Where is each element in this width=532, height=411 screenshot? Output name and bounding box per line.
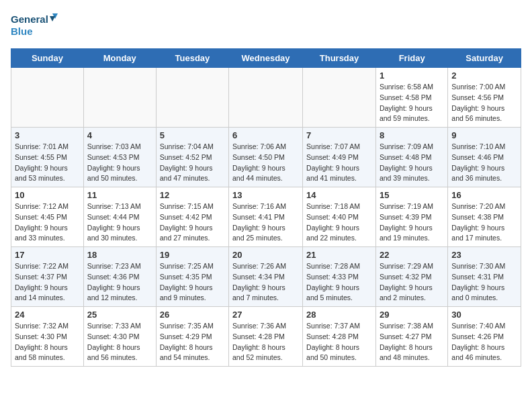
day-info: Sunrise: 7:04 AM Sunset: 4:52 PM Dayligh…: [160, 142, 225, 184]
day-info: Sunrise: 7:20 AM Sunset: 4:38 PM Dayligh…: [451, 201, 517, 244]
day-number: 10: [15, 190, 80, 200]
calendar-cell: 20Sunrise: 7:26 AM Sunset: 4:34 PM Dayli…: [229, 247, 303, 307]
calendar-cell: 28Sunrise: 7:37 AM Sunset: 4:28 PM Dayli…: [303, 307, 376, 367]
day-info: Sunrise: 7:25 AM Sunset: 4:35 PM Dayligh…: [160, 261, 225, 304]
day-info: Sunrise: 7:37 AM Sunset: 4:28 PM Dayligh…: [306, 321, 372, 363]
calendar-cell: 7Sunrise: 7:07 AM Sunset: 4:49 PM Daylig…: [303, 128, 376, 187]
calendar-cell: 15Sunrise: 7:19 AM Sunset: 4:39 PM Dayli…: [375, 187, 447, 247]
day-number: 16: [451, 190, 517, 200]
day-number: 26: [160, 310, 225, 320]
page-header: General Blue: [11, 11, 521, 40]
calendar-cell: 13Sunrise: 7:16 AM Sunset: 4:41 PM Dayli…: [229, 187, 303, 247]
svg-text:Blue: Blue: [11, 26, 33, 37]
calendar-cell: 19Sunrise: 7:25 AM Sunset: 4:35 PM Dayli…: [156, 247, 228, 307]
day-number: 3: [15, 130, 80, 140]
day-info: Sunrise: 7:36 AM Sunset: 4:28 PM Dayligh…: [232, 321, 299, 363]
day-number: 24: [15, 310, 80, 320]
calendar-cell: 1Sunrise: 6:58 AM Sunset: 4:58 PM Daylig…: [375, 68, 447, 128]
day-number: 12: [160, 190, 225, 200]
svg-marker-3: [50, 16, 55, 21]
day-number: 29: [380, 310, 444, 320]
day-number: 4: [87, 130, 152, 140]
day-info: Sunrise: 7:16 AM Sunset: 4:41 PM Dayligh…: [232, 201, 299, 244]
day-number: 15: [380, 190, 444, 200]
day-info: Sunrise: 7:38 AM Sunset: 4:27 PM Dayligh…: [380, 321, 444, 363]
calendar-cell: [11, 68, 84, 128]
day-info: Sunrise: 7:22 AM Sunset: 4:37 PM Dayligh…: [15, 261, 80, 304]
calendar-cell: 10Sunrise: 7:12 AM Sunset: 4:45 PM Dayli…: [11, 187, 84, 247]
calendar-cell: 25Sunrise: 7:33 AM Sunset: 4:30 PM Dayli…: [83, 307, 156, 367]
day-number: 7: [306, 130, 372, 140]
calendar-cell: 12Sunrise: 7:15 AM Sunset: 4:42 PM Dayli…: [156, 187, 228, 247]
day-info: Sunrise: 7:10 AM Sunset: 4:46 PM Dayligh…: [451, 142, 517, 184]
calendar-cell: 26Sunrise: 7:35 AM Sunset: 4:29 PM Dayli…: [156, 307, 228, 367]
calendar-cell: 22Sunrise: 7:29 AM Sunset: 4:32 PM Dayli…: [375, 247, 447, 307]
calendar-cell: 14Sunrise: 7:18 AM Sunset: 4:40 PM Dayli…: [303, 187, 376, 247]
calendar-cell: 23Sunrise: 7:30 AM Sunset: 4:31 PM Dayli…: [448, 247, 521, 307]
day-info: Sunrise: 7:35 AM Sunset: 4:29 PM Dayligh…: [160, 321, 225, 363]
calendar-cell: 9Sunrise: 7:10 AM Sunset: 4:46 PM Daylig…: [448, 128, 521, 187]
calendar-cell: 27Sunrise: 7:36 AM Sunset: 4:28 PM Dayli…: [229, 307, 303, 367]
calendar-cell: [156, 68, 228, 128]
day-info: Sunrise: 7:30 AM Sunset: 4:31 PM Dayligh…: [451, 261, 517, 304]
calendar-cell: 30Sunrise: 7:40 AM Sunset: 4:26 PM Dayli…: [448, 307, 521, 367]
day-number: 23: [451, 250, 517, 260]
svg-text:General: General: [11, 13, 48, 25]
day-number: 25: [87, 310, 152, 320]
day-info: Sunrise: 7:15 AM Sunset: 4:42 PM Dayligh…: [160, 201, 225, 244]
weekday-header-tuesday: Tuesday: [156, 49, 228, 68]
weekday-header-friday: Friday: [375, 49, 447, 68]
day-number: 27: [232, 310, 299, 320]
calendar-week-row: 17Sunrise: 7:22 AM Sunset: 4:37 PM Dayli…: [11, 247, 521, 307]
day-info: Sunrise: 7:40 AM Sunset: 4:26 PM Dayligh…: [451, 321, 517, 363]
calendar-cell: 17Sunrise: 7:22 AM Sunset: 4:37 PM Dayli…: [11, 247, 84, 307]
calendar-cell: [229, 68, 303, 128]
day-number: 19: [160, 250, 225, 260]
day-info: Sunrise: 7:09 AM Sunset: 4:48 PM Dayligh…: [380, 142, 444, 184]
day-info: Sunrise: 6:58 AM Sunset: 4:58 PM Dayligh…: [380, 82, 444, 124]
day-number: 9: [451, 130, 517, 140]
day-info: Sunrise: 7:13 AM Sunset: 4:44 PM Dayligh…: [87, 201, 152, 244]
weekday-header-thursday: Thursday: [303, 49, 376, 68]
day-info: Sunrise: 7:01 AM Sunset: 4:55 PM Dayligh…: [15, 142, 80, 184]
day-info: Sunrise: 7:26 AM Sunset: 4:34 PM Dayligh…: [232, 261, 299, 304]
calendar-week-row: 3Sunrise: 7:01 AM Sunset: 4:55 PM Daylig…: [11, 128, 521, 187]
weekday-header-saturday: Saturday: [448, 49, 521, 68]
day-number: 22: [380, 250, 444, 260]
day-info: Sunrise: 7:32 AM Sunset: 4:30 PM Dayligh…: [15, 321, 80, 363]
day-number: 21: [306, 250, 372, 260]
weekday-header-row: SundayMondayTuesdayWednesdayThursdayFrid…: [11, 49, 521, 68]
day-number: 11: [87, 190, 152, 200]
calendar-cell: 18Sunrise: 7:23 AM Sunset: 4:36 PM Dayli…: [83, 247, 156, 307]
day-number: 14: [306, 190, 372, 200]
day-number: 18: [87, 250, 152, 260]
day-info: Sunrise: 7:33 AM Sunset: 4:30 PM Dayligh…: [87, 321, 152, 363]
day-number: 1: [380, 71, 444, 81]
calendar-cell: 21Sunrise: 7:28 AM Sunset: 4:33 PM Dayli…: [303, 247, 376, 307]
day-info: Sunrise: 7:07 AM Sunset: 4:49 PM Dayligh…: [306, 142, 372, 184]
weekday-header-wednesday: Wednesday: [229, 49, 303, 68]
day-info: Sunrise: 7:29 AM Sunset: 4:32 PM Dayligh…: [380, 261, 444, 304]
day-number: 6: [232, 130, 299, 140]
calendar-week-row: 1Sunrise: 6:58 AM Sunset: 4:58 PM Daylig…: [11, 68, 521, 128]
day-number: 20: [232, 250, 299, 260]
calendar-cell: 24Sunrise: 7:32 AM Sunset: 4:30 PM Dayli…: [11, 307, 84, 367]
day-info: Sunrise: 7:12 AM Sunset: 4:45 PM Dayligh…: [15, 201, 80, 244]
calendar-cell: 11Sunrise: 7:13 AM Sunset: 4:44 PM Dayli…: [83, 187, 156, 247]
day-info: Sunrise: 7:06 AM Sunset: 4:50 PM Dayligh…: [232, 142, 299, 184]
day-info: Sunrise: 7:00 AM Sunset: 4:56 PM Dayligh…: [451, 82, 517, 124]
calendar-cell: [303, 68, 376, 128]
calendar-cell: 29Sunrise: 7:38 AM Sunset: 4:27 PM Dayli…: [375, 307, 447, 367]
calendar-week-row: 10Sunrise: 7:12 AM Sunset: 4:45 PM Dayli…: [11, 187, 521, 247]
day-number: 8: [380, 130, 444, 140]
day-info: Sunrise: 7:23 AM Sunset: 4:36 PM Dayligh…: [87, 261, 152, 304]
day-info: Sunrise: 7:18 AM Sunset: 4:40 PM Dayligh…: [306, 201, 372, 244]
calendar-cell: 2Sunrise: 7:00 AM Sunset: 4:56 PM Daylig…: [448, 68, 521, 128]
day-info: Sunrise: 7:19 AM Sunset: 4:39 PM Dayligh…: [380, 201, 444, 244]
calendar-cell: 4Sunrise: 7:03 AM Sunset: 4:53 PM Daylig…: [83, 128, 156, 187]
day-number: 30: [451, 310, 517, 320]
calendar-cell: [83, 68, 156, 128]
day-number: 28: [306, 310, 372, 320]
calendar-cell: 5Sunrise: 7:04 AM Sunset: 4:52 PM Daylig…: [156, 128, 228, 187]
day-number: 5: [160, 130, 225, 140]
